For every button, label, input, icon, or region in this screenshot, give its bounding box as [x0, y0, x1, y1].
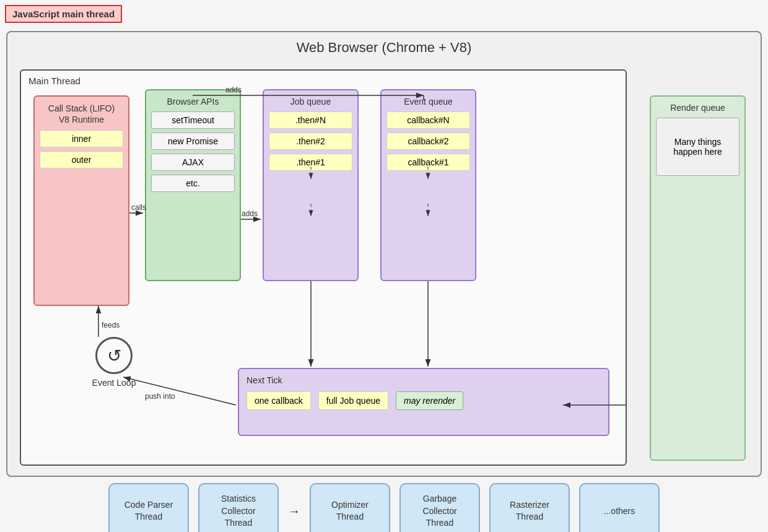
svg-text:adds: adds — [242, 209, 258, 218]
thread-rasterizer: RasterizerThread — [489, 483, 570, 532]
event-queue-title: Event queue — [386, 97, 470, 107]
browser-apis-title: Browser APIs — [151, 97, 235, 107]
job-queue-title: Job queue — [269, 97, 352, 107]
job-then-2: .then#2 — [269, 133, 352, 150]
svg-text:feeds: feeds — [102, 321, 120, 329]
api-etc: etc. — [151, 175, 235, 192]
event-loop-circle — [95, 337, 133, 374]
web-browser-title: Web Browser (Chrome + V8) — [7, 32, 761, 61]
thread-code-parser: Code ParserThread — [108, 483, 189, 532]
event-loop-area: Event Loop — [77, 337, 151, 388]
svg-text:push into: push into — [145, 392, 175, 401]
bottom-threads: Code ParserThread StatisticsCollectorThr… — [6, 483, 762, 532]
svg-text:calls: calls — [131, 203, 146, 212]
next-tick-title: Next Tick — [247, 375, 601, 385]
api-ajax: AJAX — [151, 154, 235, 171]
event-callback-n: callback#N — [386, 111, 470, 129]
api-new-promise: new Promise — [151, 133, 235, 150]
main-thread-box: Main Thread Call Stack (LIFO)V8 Runtime … — [20, 69, 627, 466]
web-browser-container: Web Browser (Chrome + V8) Main Thread Ca… — [6, 31, 762, 477]
render-content: Many things happen here — [656, 118, 740, 176]
render-queue: Render queue Many things happen here — [650, 95, 746, 461]
tick-may-rerender: may rerender — [396, 391, 463, 410]
thread-statistics-collector: StatisticsCollectorThread — [198, 483, 279, 532]
next-tick: Next Tick one callback full Job queue ma… — [238, 368, 609, 436]
main-thread-label: Main Thread — [28, 76, 81, 86]
event-queue: Event queue callback#N callback#2 callba… — [380, 89, 476, 281]
event-callback-2: callback#2 — [386, 133, 470, 150]
tick-one-callback: one callback — [247, 391, 311, 410]
stack-item-inner: inner — [40, 130, 123, 147]
job-then-1: .then#1 — [269, 154, 352, 171]
stack-item-outer: outer — [40, 151, 123, 168]
next-tick-items: one callback full Job queue may rerender — [247, 391, 601, 410]
thread-garbage-collector: GarbageCollectorThread — [399, 483, 480, 532]
event-callback-1: callback#1 — [386, 154, 470, 171]
thread-arrow-1: → — [288, 483, 300, 532]
js-main-thread-label: JavaScript main thread — [5, 5, 122, 23]
render-queue-title: Render queue — [656, 103, 740, 113]
job-queue: Job queue .then#N .then#2 .then#1 — [263, 89, 359, 281]
api-settimeout: setTimeout — [151, 111, 235, 129]
thread-others: ...others — [579, 483, 660, 532]
tick-full-job-queue: full Job queue — [318, 391, 388, 410]
browser-apis: Browser APIs setTimeout new Promise AJAX… — [145, 89, 241, 281]
thread-optimizer: OptimizerThread — [310, 483, 390, 532]
call-stack-title: Call Stack (LIFO)V8 Runtime — [40, 103, 123, 125]
call-stack: Call Stack (LIFO)V8 Runtime inner outer — [33, 95, 129, 306]
event-loop-label: Event Loop — [77, 378, 151, 388]
job-then-n: .then#N — [269, 111, 352, 129]
